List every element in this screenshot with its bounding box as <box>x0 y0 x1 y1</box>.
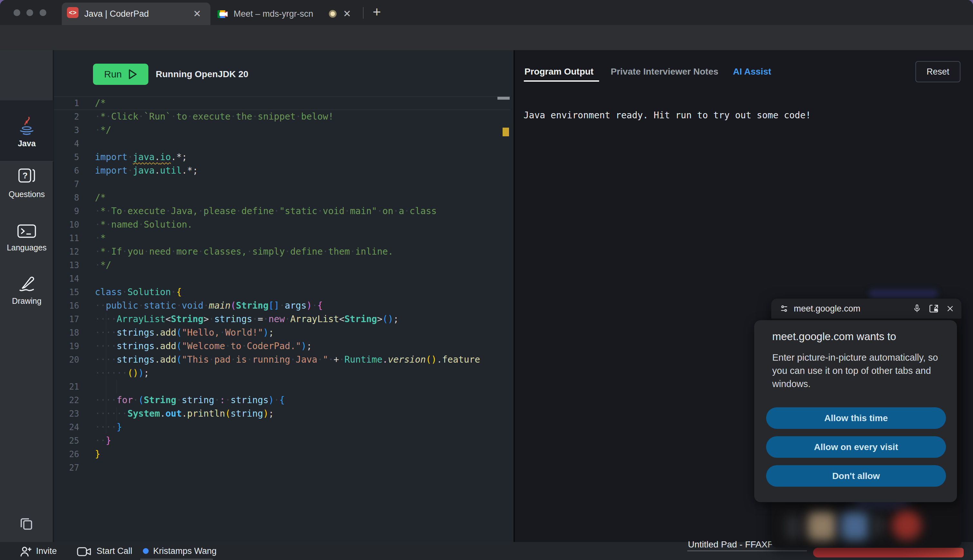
pip-blurred-control <box>785 514 801 540</box>
tab-coderpad[interactable]: <> Java | CoderPad ✕ <box>62 3 211 25</box>
dialog-title: meet.google.com wants to <box>772 330 896 343</box>
run-button[interactable]: Run <box>93 63 148 85</box>
pad-title-underline <box>687 550 807 551</box>
pip-glow <box>869 289 938 298</box>
tab-coderpad-close-icon[interactable]: ✕ <box>193 3 201 25</box>
dont-allow-button[interactable]: Don't allow <box>766 465 946 487</box>
code-line: 4 <box>54 137 510 150</box>
code-line: 18····strings.add("Hello,·World!"); <box>54 326 510 340</box>
editor-scrollbar-thumb[interactable] <box>497 97 510 100</box>
invite-person-icon[interactable] <box>18 545 33 559</box>
browser-tab-strip: <> Java | CoderPad ✕ Meet – mds-yrgr-scn… <box>0 0 973 25</box>
code-line: 19····strings.add("Welcome·to·CoderPad."… <box>54 340 510 353</box>
pip-camera-button-blurred[interactable] <box>841 512 869 540</box>
tab-meet-close-icon[interactable]: ✕ <box>343 3 351 25</box>
line-number: 19 <box>54 340 79 353</box>
tab-recording-indicator-icon <box>329 10 336 18</box>
tab-ai-assist[interactable]: AI Assist <box>733 62 771 82</box>
pip-close-icon[interactable] <box>946 305 955 313</box>
app-window: <> Java | CoderPad ✕ Meet – mds-yrgr-scn… <box>0 0 973 560</box>
svg-text:?: ? <box>23 171 28 180</box>
invite-button[interactable]: Invite <box>36 542 57 560</box>
drawing-pen-icon <box>17 275 36 293</box>
user-presence-dot <box>143 548 149 554</box>
line-number: 13 <box>54 258 79 272</box>
pip-header[interactable]: meet.google.com <box>771 298 961 318</box>
line-number: 14 <box>54 272 79 285</box>
line-number: 21 <box>54 380 79 393</box>
line-number: 23 <box>54 407 79 420</box>
runtime-status: Running OpenJDK 20 <box>156 63 248 85</box>
line-number: 7 <box>54 177 79 191</box>
code-line: 7 <box>54 177 510 191</box>
line-number: 26 <box>54 447 79 461</box>
allow-this-time-button[interactable]: Allow this time <box>766 407 946 429</box>
code-line: ······()); <box>54 367 510 380</box>
start-call-button[interactable]: Start Call <box>97 542 132 560</box>
tab-private-interviewer-notes[interactable]: Private Interviewer Notes <box>611 62 719 82</box>
code-line: 3·*/ <box>54 123 510 137</box>
sidebar-languages-label: Languages <box>0 243 53 252</box>
tab-meet-title: Meet – mds-yrgr-scn <box>234 3 313 25</box>
line-number: 4 <box>54 137 79 150</box>
pip-leave-call-button-blurred[interactable] <box>892 510 921 540</box>
sidebar-item-java[interactable]: Java <box>0 100 53 162</box>
code-line: 13·*/ <box>54 258 510 272</box>
line-number: 24 <box>54 420 79 434</box>
line-number: 17 <box>54 312 79 326</box>
pip-domain: meet.google.com <box>794 304 913 314</box>
user-name-underline <box>140 559 213 560</box>
end-interview-bar[interactable] <box>813 548 964 557</box>
program-output-text: Java environment ready. Hit run to try o… <box>523 110 811 120</box>
code-line: 10·*·named·Solution. <box>54 218 510 232</box>
sidebar-questions-label: Questions <box>0 190 53 199</box>
line-number: 11 <box>54 232 79 245</box>
java-logo-icon <box>17 115 37 136</box>
tab-coderpad-title: Java | CoderPad <box>84 3 149 25</box>
line-number: 15 <box>54 285 79 299</box>
line-number: 9 <box>54 205 79 218</box>
tab-meet[interactable]: Meet – mds-yrgr-scn <box>212 3 364 25</box>
pip-mic-button-blurred[interactable] <box>807 512 836 540</box>
code-editor[interactable]: 1/*2·*·Click·`Run`·to·execute·the·snippe… <box>54 97 510 475</box>
active-tab-underline <box>524 80 599 82</box>
tab-divider <box>363 7 364 18</box>
sidebar-item-questions[interactable]: ? Questions <box>0 167 53 199</box>
macos-zoom-button[interactable] <box>40 9 46 16</box>
code-line: 6import·java.util.*; <box>54 164 510 177</box>
sidebar-item-languages[interactable]: Languages <box>0 224 53 252</box>
code-line: 16··public·static·void·main(String[]·arg… <box>54 299 510 312</box>
start-call-camera-icon[interactable] <box>77 545 91 558</box>
mic-icon[interactable] <box>913 304 921 313</box>
code-line: 27 <box>54 461 510 475</box>
code-line: 2·*·Click·`Run`·to·execute·the·snippet·b… <box>54 110 510 123</box>
sidebar-item-drawing[interactable]: Drawing <box>0 275 53 306</box>
code-line: 14 <box>54 272 510 285</box>
new-tab-button[interactable]: + <box>369 4 385 20</box>
coderpad-sidebar: Java ? Questions Languages Drawing <box>0 50 53 542</box>
macos-close-button[interactable] <box>13 9 20 16</box>
pip-toggle-icon[interactable] <box>929 304 939 313</box>
code-line: 1/* <box>54 97 510 110</box>
allow-on-every-visit-button[interactable]: Allow on every visit <box>766 436 946 458</box>
line-number: 10 <box>54 218 79 232</box>
line-number: 22 <box>54 393 79 407</box>
line-number: 27 <box>54 461 79 475</box>
coderpad-favicon: <> <box>67 7 79 18</box>
line-number: 6 <box>54 164 79 177</box>
overview-ruler-warning-marker <box>503 128 509 136</box>
pip-blurred-control <box>873 514 884 537</box>
tab-program-output[interactable]: Program Output <box>525 62 593 82</box>
line-number: 18 <box>54 326 79 340</box>
pad-title[interactable]: Untitled Pad - FFAXP <box>688 540 774 550</box>
user-name[interactable]: Kristamps Wang <box>153 542 217 560</box>
code-line: 21 <box>54 380 510 393</box>
code-line: 20····strings.add("This·pad·is·running·J… <box>54 353 510 367</box>
code-line: 25··} <box>54 434 510 447</box>
pip-site-settings-icon[interactable] <box>780 304 789 313</box>
copy-pad-icon[interactable] <box>18 516 34 531</box>
macos-minimize-button[interactable] <box>27 9 33 16</box>
sidebar-java-label: Java <box>0 139 53 148</box>
reset-button[interactable]: Reset <box>915 61 960 82</box>
code-line: 12·*·If·you·need·more·classes,·simply·de… <box>54 245 510 258</box>
